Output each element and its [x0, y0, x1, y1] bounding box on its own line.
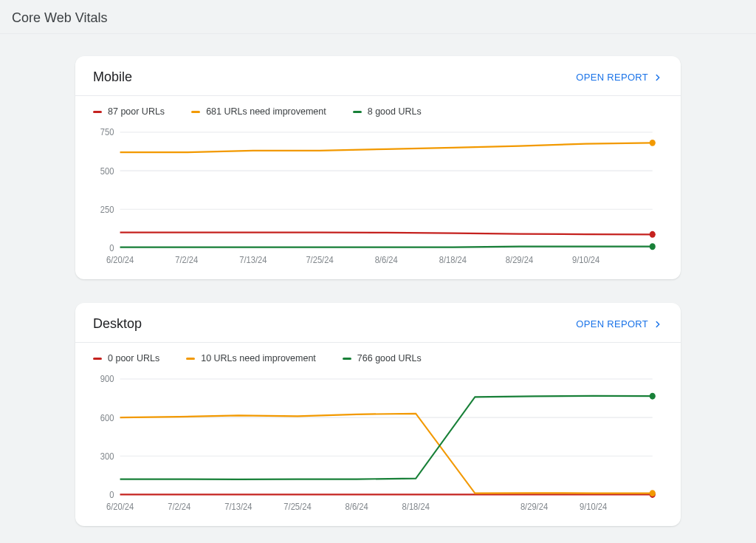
legend-item-need: 10 URLs need improvement: [186, 353, 316, 363]
svg-text:0: 0: [109, 242, 114, 253]
svg-text:9/10/24: 9/10/24: [572, 254, 600, 264]
swatch-need: [186, 358, 195, 360]
legend-mobile: 87 poor URLs 681 URLs need improvement 8…: [75, 96, 681, 121]
svg-text:7/13/24: 7/13/24: [239, 254, 267, 264]
open-report-mobile[interactable]: OPEN REPORT: [576, 72, 663, 83]
svg-text:7/13/24: 7/13/24: [224, 501, 252, 511]
card-head-desktop: Desktop OPEN REPORT: [75, 303, 681, 343]
svg-text:0: 0: [109, 489, 114, 499]
legend-label-good: 8 good URLs: [368, 106, 422, 117]
card-title-desktop: Desktop: [93, 316, 142, 332]
svg-text:8/6/24: 8/6/24: [346, 501, 368, 511]
chart-wrap-mobile: 02505007506/20/247/2/247/13/247/25/248/6…: [75, 121, 681, 279]
open-report-label: OPEN REPORT: [576, 318, 648, 329]
content: Mobile OPEN REPORT 87 poor URLs 681 URLs…: [0, 34, 756, 543]
chart-desktop: 03006009006/20/247/2/247/13/247/25/248/6…: [93, 372, 663, 513]
legend-item-good: 766 good URLs: [343, 353, 422, 363]
legend-item-need: 681 URLs need improvement: [191, 106, 326, 117]
svg-text:750: 750: [100, 127, 114, 137]
swatch-poor: [93, 358, 102, 360]
svg-text:6/20/24: 6/20/24: [106, 254, 134, 264]
svg-text:250: 250: [100, 204, 114, 214]
open-report-label: OPEN REPORT: [576, 72, 648, 83]
svg-point-8: [650, 231, 656, 238]
svg-text:7/2/24: 7/2/24: [168, 501, 190, 511]
swatch-good: [353, 111, 362, 113]
chevron-right-icon: [653, 72, 663, 83]
svg-point-28: [650, 490, 656, 496]
svg-text:7/2/24: 7/2/24: [175, 254, 198, 264]
legend-label-good: 766 good URLs: [357, 353, 422, 363]
legend-item-poor: 0 poor URLs: [93, 353, 159, 363]
chevron-right-icon: [653, 319, 663, 329]
card-title-mobile: Mobile: [93, 69, 132, 85]
svg-text:8/6/24: 8/6/24: [375, 254, 398, 264]
svg-text:600: 600: [100, 412, 114, 423]
card-mobile: Mobile OPEN REPORT 87 poor URLs 681 URLs…: [75, 56, 681, 279]
svg-text:6/20/24: 6/20/24: [106, 501, 134, 511]
swatch-poor: [93, 111, 102, 113]
svg-point-9: [650, 140, 656, 146]
svg-point-10: [650, 243, 656, 250]
svg-text:9/10/24: 9/10/24: [580, 501, 608, 511]
svg-text:8/29/24: 8/29/24: [520, 501, 549, 511]
swatch-need: [191, 111, 200, 113]
card-head-mobile: Mobile OPEN REPORT: [75, 56, 681, 96]
swatch-good: [343, 358, 351, 360]
legend-label-need: 681 URLs need improvement: [206, 106, 326, 117]
svg-point-29: [650, 393, 656, 400]
open-report-desktop[interactable]: OPEN REPORT: [576, 318, 663, 329]
svg-text:8/18/24: 8/18/24: [402, 501, 430, 511]
svg-text:8/18/24: 8/18/24: [439, 254, 467, 264]
legend-label-need: 10 URLs need improvement: [201, 353, 316, 363]
svg-text:8/29/24: 8/29/24: [506, 254, 534, 264]
card-desktop: Desktop OPEN REPORT 0 poor URLs 10 URLs …: [75, 303, 681, 526]
chart-wrap-desktop: 03006009006/20/247/2/247/13/247/25/248/6…: [75, 368, 681, 526]
page-title: Core Web Vitals: [12, 10, 744, 26]
page-header: Core Web Vitals: [0, 0, 756, 34]
legend-desktop: 0 poor URLs 10 URLs need improvement 766…: [75, 343, 681, 368]
svg-text:900: 900: [100, 374, 114, 384]
svg-text:7/25/24: 7/25/24: [284, 501, 312, 511]
legend-item-poor: 87 poor URLs: [93, 106, 165, 117]
legend-label-poor: 0 poor URLs: [108, 353, 159, 363]
legend-item-good: 8 good URLs: [353, 106, 422, 117]
svg-text:7/25/24: 7/25/24: [306, 254, 334, 264]
svg-text:300: 300: [100, 451, 114, 461]
svg-text:500: 500: [100, 165, 114, 176]
legend-label-poor: 87 poor URLs: [108, 106, 165, 117]
chart-mobile: 02505007506/20/247/2/247/13/247/25/248/6…: [93, 126, 663, 266]
